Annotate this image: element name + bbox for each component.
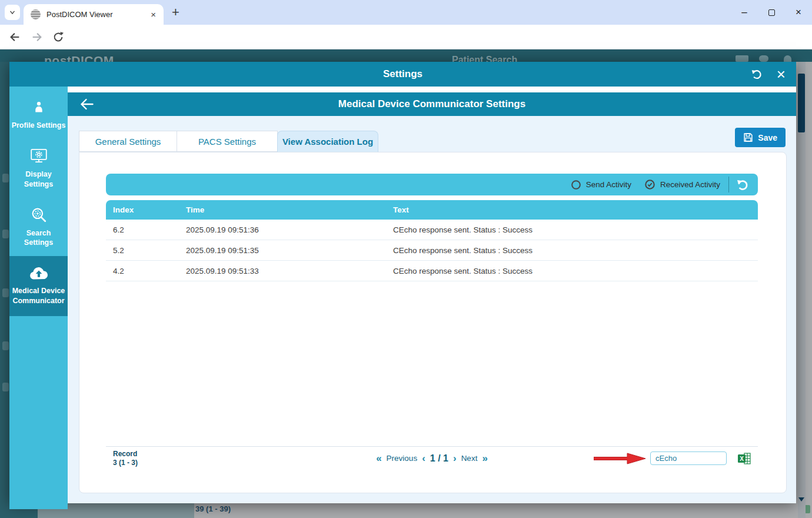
modal-title: Settings (383, 68, 422, 80)
window-maximize-button[interactable] (758, 0, 785, 25)
save-button[interactable]: Save (735, 128, 786, 147)
settings-modal-body: Profile Settings Display Settings (9, 87, 796, 503)
tab-view-association-log[interactable]: View Association Log (277, 131, 378, 152)
cell-index: 5.2 (106, 246, 186, 255)
sidebar-item-label: Search Settings (11, 228, 66, 248)
tab-close-icon[interactable]: × (149, 9, 158, 19)
toolbar-divider (728, 177, 729, 192)
background-record-count: 39 (1 - 39) (195, 504, 231, 513)
sidebar-item-label: Profile Settings (12, 121, 66, 130)
association-log-card: Send Activity Received Activity (106, 174, 758, 470)
table-row: 6.2 2025.09.19 09:51:36 CEcho response s… (106, 220, 758, 240)
svg-text:X: X (740, 455, 744, 461)
settings-modal-header: Settings × (9, 62, 796, 87)
scrollbar-down-arrow[interactable] (798, 497, 804, 502)
person-icon (32, 100, 46, 115)
log-footer: Record 3 (1 - 3) « Previous ‹ 1 / 1 › Ne… (106, 446, 758, 470)
search-gear-icon (31, 207, 47, 223)
modal-close-icon[interactable]: × (777, 64, 786, 84)
send-activity-label: Send Activity (586, 180, 631, 189)
background-app-sidebar (0, 62, 9, 518)
window-controls: – × (731, 0, 812, 25)
annotation-arrow (594, 451, 647, 466)
cell-time: 2025.09.19 09:51:35 (186, 246, 393, 255)
browser-tabstrip: PostDICOM Viewer × + – × (0, 0, 812, 25)
log-filter-input[interactable] (650, 451, 727, 465)
tab-title: PostDICOM Viewer (46, 10, 149, 19)
background-page-title: Patient Search (452, 55, 517, 62)
log-refresh-icon[interactable] (736, 178, 750, 192)
site-favicon (31, 9, 41, 19)
record-summary: Record 3 (1 - 3) (113, 450, 138, 467)
tab-content-area: General Settings PACS Settings View Asso… (68, 116, 796, 503)
table-row: 5.2 2025.09.19 09:51:35 CEcho response s… (106, 240, 758, 261)
column-header-index: Index (106, 205, 186, 214)
sidebar-item-profile-settings[interactable]: Profile Settings (9, 91, 68, 139)
sidebar-item-search-settings[interactable]: Search Settings (9, 198, 68, 257)
new-tab-button[interactable]: + (168, 4, 183, 21)
display-gear-icon (29, 148, 48, 164)
column-header-text: Text (393, 205, 758, 214)
log-toolbar: Send Activity Received Activity (106, 174, 758, 195)
record-label: Record (113, 450, 138, 458)
record-count: 3 (1 - 3) (113, 459, 138, 467)
log-table-header: Index Time Text (106, 200, 758, 220)
cloud-upload-icon (28, 267, 49, 281)
received-activity-radio[interactable]: Received Activity (644, 179, 720, 190)
cell-text: CEcho response sent. Status : Success (393, 246, 758, 255)
settings-sidebar: Profile Settings Display Settings (9, 87, 68, 509)
tab-bar: General Settings PACS Settings View Asso… (79, 131, 378, 152)
background-user-icon (784, 55, 791, 62)
prev-page-icon[interactable]: ‹ (422, 453, 425, 463)
background-stack-icon (759, 55, 768, 62)
cell-time: 2025.09.19 09:51:36 (186, 225, 393, 234)
back-arrow-icon[interactable] (79, 97, 95, 111)
footer-right-group: X (594, 451, 751, 466)
tab-search-button[interactable] (5, 5, 20, 20)
cell-text: CEcho response sent. Status : Success (393, 267, 758, 275)
browser-forward-icon[interactable] (31, 31, 44, 44)
settings-content: Medical Device Communicator Settings Gen… (68, 87, 796, 503)
first-page-icon[interactable]: « (376, 453, 381, 463)
radio-unchecked-icon (571, 180, 581, 190)
next-page-icon[interactable]: › (453, 453, 457, 463)
window-close-button[interactable]: × (785, 0, 812, 25)
previous-button[interactable]: Previous (387, 454, 418, 463)
association-log-panel: Send Activity Received Activity (79, 152, 787, 493)
table-row: 4.2 2025.09.19 09:51:33 CEcho response s… (106, 261, 758, 281)
excel-export-icon[interactable]: X (738, 453, 751, 464)
browser-tab[interactable]: PostDICOM Viewer × (24, 4, 164, 25)
browser-toolbar: germany.postdicom.com/Viewer/Main Guest … (0, 25, 812, 49)
tab-general-settings[interactable]: General Settings (79, 131, 177, 152)
save-label: Save (758, 133, 777, 142)
maximize-icon (768, 9, 775, 16)
window-minimize-button[interactable]: – (731, 0, 758, 25)
cell-text: CEcho response sent. Status : Success (393, 225, 758, 234)
received-activity-label: Received Activity (660, 180, 720, 189)
send-activity-radio[interactable]: Send Activity (571, 180, 631, 190)
background-list-icon (736, 55, 748, 62)
background-app-logo: postDICOM (44, 54, 114, 62)
radio-checked-icon (644, 179, 655, 190)
sidebar-item-label: Medical Device Communicator (11, 286, 66, 306)
table-empty-space (106, 281, 758, 446)
cell-index: 6.2 (106, 225, 186, 234)
chevron-down-icon (8, 8, 16, 16)
browser-reload-icon[interactable] (52, 31, 65, 44)
settings-modal: Settings × Profile Settings (9, 62, 796, 503)
pagination: « Previous ‹ 1 / 1 › Next » (376, 453, 488, 464)
browser-back-icon[interactable] (8, 31, 21, 44)
last-page-icon[interactable]: » (482, 453, 487, 463)
background-app-header: postDICOM Patient Search (0, 49, 812, 62)
page-scrollbar-thumb[interactable] (798, 74, 805, 132)
sidebar-item-label: Display Settings (11, 170, 66, 189)
cell-index: 4.2 (106, 267, 186, 275)
sidebar-item-medical-device-communicator[interactable]: Medical Device Communicator (9, 256, 68, 316)
next-button[interactable]: Next (461, 454, 478, 463)
sidebar-item-display-settings[interactable]: Display Settings (9, 139, 68, 198)
device-settings-header: Medical Device Communicator Settings (68, 92, 796, 116)
modal-refresh-icon[interactable] (750, 68, 763, 81)
tab-pacs-settings[interactable]: PACS Settings (177, 131, 278, 152)
cell-time: 2025.09.19 09:51:33 (186, 267, 393, 275)
page-indicator: 1 / 1 (430, 453, 448, 464)
